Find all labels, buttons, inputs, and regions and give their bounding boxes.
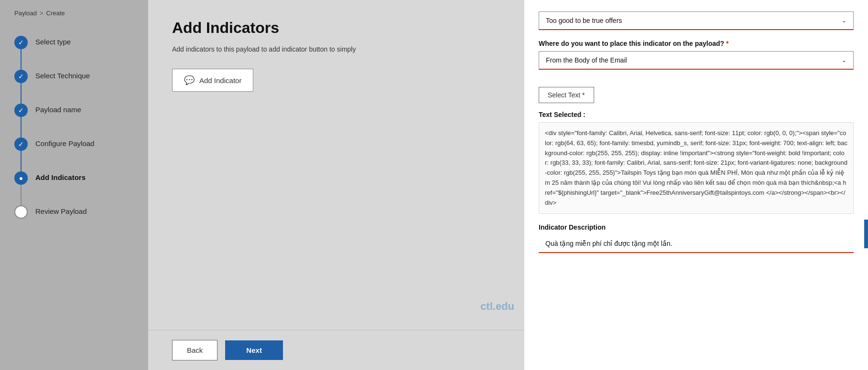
top-dropdown-field: Too good to be true offers ⌄ — [539, 11, 854, 30]
back-button[interactable]: Back — [172, 340, 217, 360]
chevron-down-icon: ⌄ — [842, 17, 846, 24]
step-icon-2: ✓ — [14, 70, 28, 83]
add-indicator-label: Add Indicator — [199, 76, 241, 85]
breadcrumb-separator: > — [40, 10, 43, 17]
step-label-1: Select type — [35, 36, 71, 46]
required-star-placement: * — [726, 40, 728, 47]
comment-icon: 💬 — [184, 75, 195, 85]
step-select-type[interactable]: ✓ Select type — [14, 36, 134, 70]
step-label-5: Add Indicators — [35, 171, 86, 181]
step-icon-5: ● — [14, 171, 28, 185]
step-label-6: Review Payload — [35, 205, 87, 215]
breadcrumb-payload[interactable]: Payload — [14, 10, 37, 17]
step-icon-4: ✓ — [14, 137, 28, 151]
left-panel: Payload > Create ✓ Select type ✓ Select … — [0, 0, 148, 370]
step-configure-payload[interactable]: ✓ Configure Payload — [14, 137, 134, 171]
main-content: Add Indicators Add indicators to this pa… — [148, 0, 524, 370]
step-label-4: Configure Payload — [35, 137, 94, 148]
breadcrumb-create: Create — [46, 10, 65, 17]
top-dropdown[interactable]: Too good to be true offers ⌄ — [539, 11, 854, 30]
step-label-3: Payload name — [35, 104, 81, 114]
step-review-payload[interactable]: Review Payload — [14, 205, 134, 239]
indicator-description-input[interactable] — [539, 235, 854, 253]
indicator-description-label: Indicator Description — [539, 223, 854, 231]
placement-dropdown[interactable]: From the Body of the Email ⌄ — [539, 51, 854, 70]
next-button[interactable]: Next — [225, 340, 283, 360]
top-dropdown-value: Too good to be true offers — [546, 17, 842, 24]
right-panel-inner: Too good to be true offers ⌄ Where do yo… — [524, 0, 868, 264]
select-text-button[interactable]: Select Text * — [539, 87, 594, 103]
main-inner: Add Indicators Add indicators to this pa… — [148, 0, 524, 330]
steps-list: ✓ Select type ✓ Select Technique ✓ Paylo… — [0, 26, 148, 249]
add-indicator-button[interactable]: 💬 Add Indicator — [172, 69, 253, 92]
step-icon-6 — [14, 205, 28, 219]
step-payload-name[interactable]: ✓ Payload name — [14, 104, 134, 137]
scroll-accent-bar — [864, 220, 868, 248]
placement-dropdown-field: From the Body of the Email ⌄ — [539, 51, 854, 70]
text-selected-label: Text Selected : — [539, 111, 854, 118]
step-add-indicators[interactable]: ● Add Indicators — [14, 171, 134, 205]
step-icon-3: ✓ — [14, 104, 28, 117]
placement-dropdown-value: From the Body of the Email — [546, 56, 842, 64]
breadcrumb: Payload > Create — [0, 10, 148, 26]
step-select-technique[interactable]: ✓ Select Technique — [14, 70, 134, 104]
placement-chevron-down-icon: ⌄ — [842, 57, 846, 63]
footer: Back Next — [148, 330, 524, 370]
step-label-2: Select Technique — [35, 70, 90, 80]
placement-label: Where do you want to place this indicato… — [539, 40, 854, 47]
step-icon-1: ✓ — [14, 36, 28, 49]
text-selected-content: <div style="font-family: Calibri, Arial,… — [539, 122, 854, 214]
right-panel: Too good to be true offers ⌄ Where do yo… — [524, 0, 868, 370]
page-title: Add Indicators — [172, 19, 500, 37]
page-description: Add indicators to this payload to add in… — [172, 44, 421, 54]
watermark: ctl.edu — [480, 300, 514, 313]
